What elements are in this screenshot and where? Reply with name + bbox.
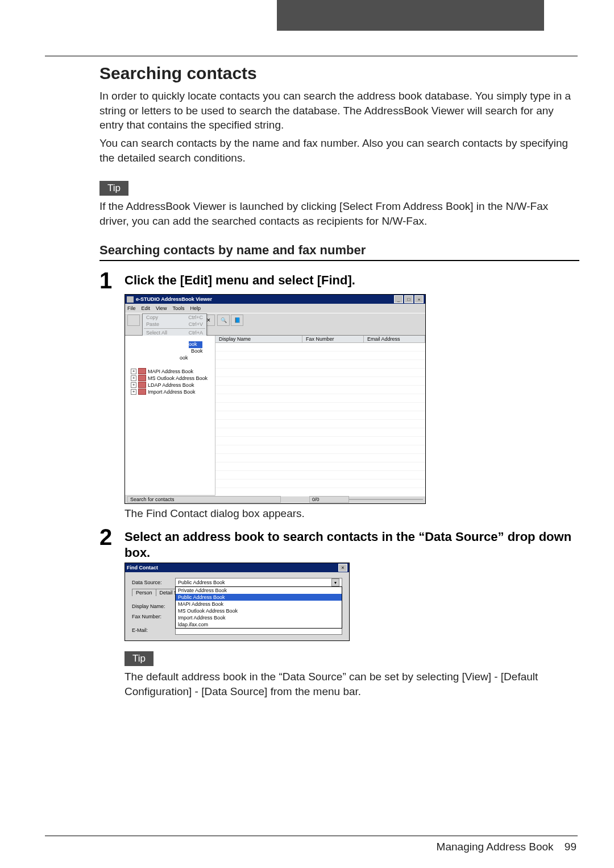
menu-bar: File Edit View Tools Help <box>125 304 425 313</box>
data-source-value: Public Address Book <box>178 580 225 585</box>
step-2-row: 2 Select an address book to search conta… <box>99 526 579 560</box>
screenshot-addressbook-viewer: e-STUDIO AddressBook Viewer _ □ × File E… <box>125 294 426 504</box>
footer-page-number: 99 <box>565 841 576 853</box>
tip-label-2: Tip <box>125 651 154 666</box>
menu-help[interactable]: Help <box>190 305 201 311</box>
book-icon <box>138 388 146 395</box>
header-grey-band <box>277 0 544 31</box>
expand-icon[interactable]: + <box>131 382 136 388</box>
tip-text-2: The default address book in the “Data So… <box>125 669 579 698</box>
expand-icon[interactable]: + <box>131 369 136 374</box>
col-fax-number[interactable]: Fax Number <box>302 336 364 342</box>
col-display-name[interactable]: Display Name <box>215 336 302 342</box>
dialog-title: Find Contact <box>127 565 338 571</box>
tree-root-highlight: ook <box>189 341 202 348</box>
screenshot-find-contact: Find Contact × Data Source: Public Addre… <box>125 563 350 641</box>
tip-label-1: Tip <box>99 181 128 196</box>
section-heading: Searching contacts <box>99 64 579 83</box>
tip-text-1: If the AddressBook Viewer is launched by… <box>99 199 579 228</box>
window-title: e-STUDIO AddressBook Viewer <box>136 296 393 302</box>
maximize-button[interactable]: □ <box>404 295 413 303</box>
step-2-title: Select an address book to search contact… <box>125 526 579 560</box>
option-private[interactable]: Private Address Book <box>176 587 342 594</box>
list-header: Display Name Fax Number Email Address <box>215 336 425 343</box>
data-source-label: Data Source: <box>132 580 175 585</box>
step-2-number: 2 <box>99 526 125 548</box>
book-icon <box>138 368 146 374</box>
minimize-button[interactable]: _ <box>394 295 403 303</box>
status-empty <box>349 499 423 500</box>
tree-node-ldap[interactable]: + LDAP Address Book <box>131 382 213 388</box>
display-name-label: Display Name: <box>132 604 175 609</box>
toolbar: ✕ 🔍 📘 Copy Ctrl+C Paste Ctrl+V <box>125 313 425 336</box>
dialog-body: Data Source: Public Address Book ▾ Priva… <box>125 572 349 640</box>
intro-paragraph-2: You can search contacts by the name and … <box>99 136 579 165</box>
list-rows[interactable] <box>215 343 425 497</box>
option-import[interactable]: Import Address Book <box>176 614 342 621</box>
step-1-row: 1 Click the [Edit] menu and select [Find… <box>99 269 579 292</box>
tree-pane[interactable]: ook Book ook + MAPI Address Book + MS <box>125 336 215 495</box>
option-ldap[interactable]: ldap.ifax.com <box>176 621 342 628</box>
menu-tools[interactable]: Tools <box>172 305 184 311</box>
col-email[interactable]: Email Address <box>364 336 425 342</box>
expand-icon[interactable]: + <box>131 389 136 395</box>
option-mapi[interactable]: MAPI Address Book <box>176 601 342 607</box>
intro-paragraph-1: In order to quickly locate contacts you … <box>99 89 579 133</box>
menu-edit[interactable]: Edit <box>142 305 151 311</box>
subsection-rule <box>99 260 579 261</box>
tree-node-mapi[interactable]: + MAPI Address Book <box>131 368 213 374</box>
data-source-row: Data Source: Public Address Book ▾ Priva… <box>132 578 342 587</box>
data-source-combo[interactable]: Public Address Book ▾ Private Address Bo… <box>175 578 342 587</box>
bottom-horizontal-rule <box>45 836 578 836</box>
option-public[interactable]: Public Address Book <box>176 594 342 601</box>
edit-copy-item: Copy Ctrl+C <box>143 314 206 321</box>
subsection-heading: Searching contacts by name and fax numbe… <box>99 243 579 258</box>
app-icon <box>127 296 134 303</box>
top-horizontal-rule <box>45 56 578 56</box>
expand-icon[interactable]: + <box>131 375 136 381</box>
toolbar-book-icon[interactable]: 📘 <box>231 315 243 326</box>
main-panes: ook Book ook + MAPI Address Book + MS <box>125 336 425 495</box>
tree-fragment-book: Book <box>191 348 203 354</box>
fax-number-label: Fax Number: <box>132 614 175 619</box>
tree-node-import[interactable]: + Import Address Book <box>131 388 213 395</box>
dialog-titlebar: Find Contact × <box>125 563 349 572</box>
window-titlebar: e-STUDIO AddressBook Viewer _ □ × <box>125 295 425 304</box>
edit-paste-item: Paste Ctrl+V <box>143 321 206 328</box>
toolbar-button-1[interactable] <box>127 315 140 326</box>
close-button[interactable]: × <box>414 295 424 303</box>
status-right: 0/0 <box>309 496 349 503</box>
email-label: E-Mail: <box>132 627 175 633</box>
menu-separator-1 <box>144 328 205 329</box>
menu-view[interactable]: View <box>156 305 167 311</box>
toolbar-find-icon[interactable]: 🔍 <box>217 315 230 326</box>
menu-file[interactable]: File <box>127 305 136 311</box>
list-pane: Display Name Fax Number Email Address <box>215 336 425 495</box>
step-1-content: e-STUDIO AddressBook Viewer _ □ × File E… <box>125 294 579 520</box>
page-footer: Managing Address Book 99 <box>437 841 576 853</box>
dialog-close-button[interactable]: × <box>338 564 347 572</box>
step-1-caption: The Find Contact dialog box appears. <box>125 507 579 520</box>
book-icon <box>138 375 146 381</box>
footer-section: Managing Address Book <box>437 841 554 853</box>
tab-person[interactable]: Person <box>132 589 156 596</box>
tip-block-2: Tip The default address book in the “Dat… <box>125 641 579 698</box>
book-icon <box>138 382 146 388</box>
option-outlook[interactable]: MS Outlook Address Book <box>176 607 342 614</box>
data-source-dropdown-list: Private Address Book Public Address Book… <box>175 586 342 629</box>
content-area: Searching contacts In order to quickly l… <box>99 64 579 702</box>
tree-node-outlook[interactable]: + MS Outlook Address Book <box>131 375 213 381</box>
step-1-number: 1 <box>99 269 125 292</box>
status-left: Search for contacts <box>127 496 281 503</box>
tree-fragment-ook: ook <box>180 355 188 361</box>
chevron-down-icon[interactable]: ▾ <box>331 578 339 586</box>
step-1-title: Click the [Edit] menu and select [Find]. <box>125 269 355 288</box>
step-2-content: Find Contact × Data Source: Public Addre… <box>125 563 579 641</box>
